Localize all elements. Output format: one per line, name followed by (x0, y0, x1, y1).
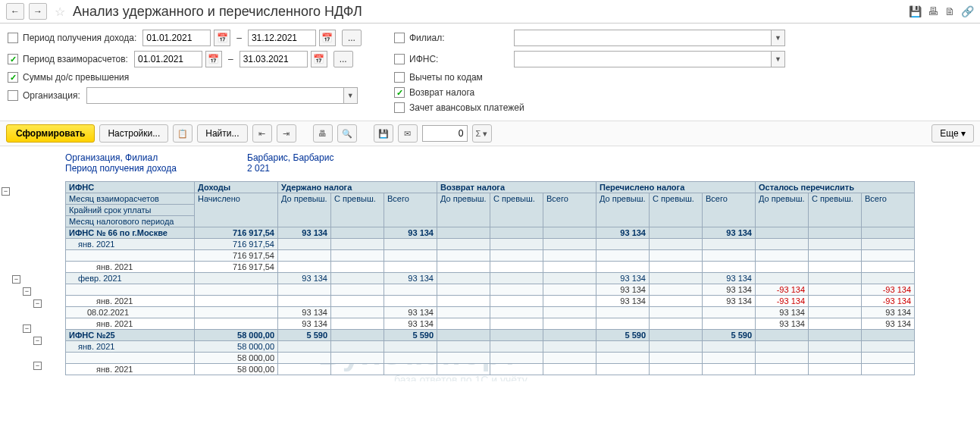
info-org-value: Барбарис, Барбарис (247, 152, 333, 163)
report-grid: ИФНС Доходы Удержано налога Возврат нало… (65, 181, 915, 375)
tree-toggle[interactable]: − (2, 187, 10, 196)
table-row[interactable]: 08.02.202193 13493 13493 13493 134 (66, 307, 915, 318)
calendar-button[interactable]: 📅 (214, 30, 230, 46)
sums-checkbox[interactable] (8, 72, 18, 83)
table-row[interactable]: ИФНС №2558 000,005 5905 5905 5905 590 (66, 330, 915, 341)
info-period-label: Период получения дохода (65, 163, 247, 174)
settle-period-label: Период взаиморасчетов: (23, 54, 128, 64)
table-row[interactable]: янв. 202193 13493 134-93 134-93 134 (66, 296, 915, 307)
more-button[interactable]: Еще ▾ (931, 124, 974, 143)
calendar-button[interactable]: 📅 (205, 51, 222, 67)
settle-period-checkbox[interactable] (8, 54, 18, 64)
expand-icon-button[interactable]: ⇤ (252, 124, 272, 143)
income-period-label: Период получения дохода: (23, 33, 136, 43)
calendar-button[interactable]: 📅 (311, 51, 327, 67)
ifns-input[interactable] (514, 51, 772, 67)
tree-toggle[interactable]: − (33, 362, 42, 370)
calendar-button[interactable]: 📅 (319, 30, 336, 46)
org-checkbox[interactable] (8, 90, 18, 101)
nav-forward-button[interactable]: → (29, 3, 47, 20)
tree-toggle[interactable]: − (23, 287, 31, 296)
link-icon[interactable]: 🔗 (961, 5, 974, 17)
dropdown-button[interactable]: ▼ (772, 51, 785, 67)
dropdown-button[interactable]: ▼ (772, 30, 785, 46)
dropdown-button[interactable]: ▼ (344, 87, 358, 104)
deduct-checkbox[interactable] (394, 72, 405, 83)
tree-toggle[interactable]: − (33, 337, 42, 345)
table-row[interactable]: ИФНС № 66 по г.Москве716 917,5493 13493 … (66, 227, 915, 239)
collapse-icon-button[interactable]: ⇥ (277, 124, 296, 143)
copy-icon-button[interactable]: 📋 (173, 124, 193, 143)
period-more-button[interactable]: ... (342, 30, 362, 46)
table-row[interactable]: янв. 202158 000,00 (66, 364, 915, 375)
info-org-label: Организация, Филиал (65, 152, 247, 163)
period-more-button[interactable]: ... (333, 51, 353, 67)
advance-label: Зачет авансовых платежей (409, 102, 524, 113)
nav-back-button[interactable]: ← (6, 3, 24, 20)
print-icon-button[interactable]: 🖶 (313, 124, 333, 143)
table-row[interactable]: янв. 2021716 917,54 (66, 239, 915, 250)
ifns-label: ИФНС: (409, 54, 508, 64)
income-period-to-input[interactable] (248, 30, 316, 46)
sigma-icon-button[interactable]: Σ ▾ (472, 124, 492, 143)
refund-label: Возврат налога (409, 87, 474, 98)
settle-period-from-input[interactable] (134, 51, 202, 67)
save-icon[interactable]: 💾 (909, 5, 922, 17)
settings-button[interactable]: Настройки... (99, 124, 168, 143)
tree-toggle[interactable]: − (12, 275, 20, 284)
tree-toggle[interactable]: − (33, 299, 42, 308)
preview-icon-button[interactable]: 🔍 (337, 124, 357, 143)
sums-label: Суммы до/с превышения (23, 72, 129, 83)
preview-icon[interactable]: 🗎 (944, 5, 955, 17)
tree-toggle[interactable]: − (23, 324, 31, 333)
table-row[interactable]: янв. 202158 000,00 (66, 341, 915, 353)
form-button[interactable]: Сформировать (6, 124, 95, 143)
table-row[interactable]: янв. 2021716 917,54 (66, 262, 915, 273)
page-title: Анализ удержанного и перечисленного НДФЛ (73, 4, 362, 20)
table-row[interactable]: 58 000,00 (66, 353, 915, 364)
info-period-value: 2 021 (247, 163, 270, 174)
advance-checkbox[interactable] (394, 102, 405, 113)
arrow-right-icon: → (33, 6, 42, 17)
income-period-checkbox[interactable] (8, 33, 18, 43)
ifns-checkbox[interactable] (394, 54, 405, 64)
find-button[interactable]: Найти... (197, 124, 247, 143)
deduct-label: Вычеты по кодам (409, 72, 483, 83)
org-label: Организация: (23, 90, 80, 101)
branch-label: Филиал: (409, 33, 508, 43)
print-icon[interactable]: 🖶 (928, 5, 938, 17)
table-row[interactable]: февр. 202193 13493 13493 13493 134 (66, 273, 915, 284)
branch-checkbox[interactable] (394, 33, 405, 43)
settle-period-to-input[interactable] (240, 51, 308, 67)
mail-icon-button[interactable]: ✉ (398, 124, 418, 143)
table-row[interactable]: 716 917,54 (66, 250, 915, 262)
save-icon-button[interactable]: 💾 (374, 124, 393, 143)
table-row[interactable]: 93 13493 134-93 134-93 134 (66, 284, 915, 296)
branch-input[interactable] (514, 30, 772, 46)
star-icon[interactable]: ☆ (55, 5, 65, 19)
num-input[interactable] (422, 125, 468, 142)
org-input[interactable] (86, 87, 344, 104)
arrow-left-icon: ← (11, 6, 20, 17)
refund-checkbox[interactable] (394, 87, 405, 98)
income-period-from-input[interactable] (142, 30, 211, 46)
table-row[interactable]: янв. 202193 13493 13493 13493 134 (66, 318, 915, 330)
